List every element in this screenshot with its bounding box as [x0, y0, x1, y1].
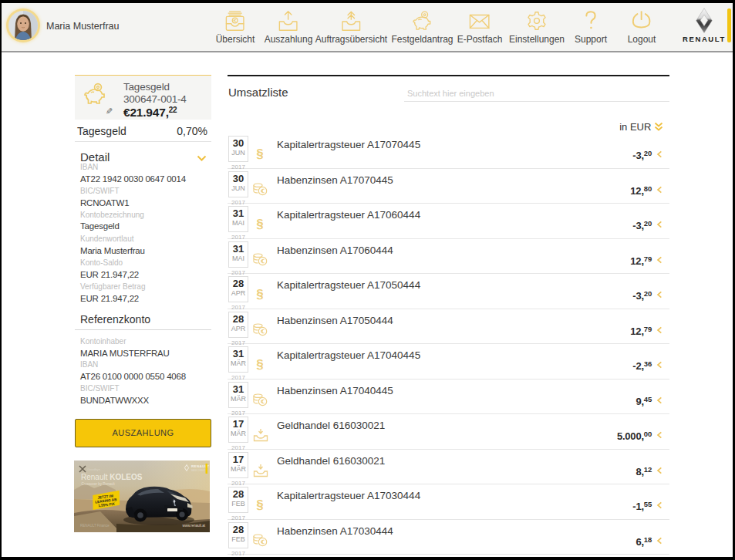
svg-text:BANK DIREKT: BANK DIREKT [191, 469, 206, 472]
svg-text:Goodbye: Goodbye [87, 467, 101, 471]
svg-text:Crossover by Renault: Crossover by Renault [82, 482, 116, 486]
svg-text:Renault KOLEOS: Renault KOLEOS [81, 473, 143, 481]
svg-text:RENAULT Finance: RENAULT Finance [80, 524, 110, 528]
svg-text:www.renault.at: www.renault.at [182, 524, 205, 528]
